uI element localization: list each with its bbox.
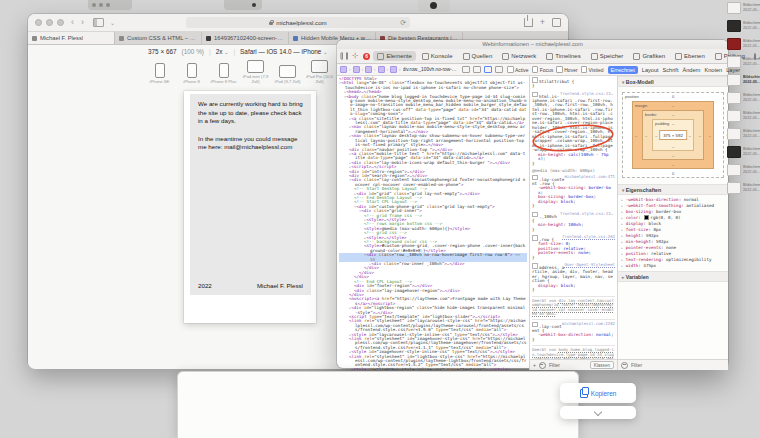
add-rule-button[interactable]: + [533, 362, 536, 368]
device-preset-button[interactable]: iPad mini (7,9 Zoll) [242, 60, 269, 85]
close-button[interactable] [35, 19, 42, 26]
scale-select[interactable]: 2x ⌄ [216, 48, 229, 55]
style-rules-list[interactable]: Stilattribut {}frontend.style.css:1261ht… [530, 76, 617, 359]
inspector-tab-quellen[interactable]: Quellen [459, 51, 497, 61]
inspector-tab-grafiken[interactable]: Grafiken [629, 51, 669, 61]
share-icon[interactable] [524, 18, 533, 27]
style-source-link[interactable]: User-Agent-Stylesheet [564, 263, 615, 268]
element-state-icon[interactable] [484, 66, 492, 73]
error-badge[interactable]: 6 [363, 53, 371, 60]
css-property[interactable]: min-height: calc(100vh - 75px); [532, 153, 615, 162]
new-tab-button[interactable]: + [540, 18, 545, 26]
computed-property[interactable]: ▸ width: 375px [621, 263, 725, 269]
dom-tree-line[interactable]: ▾<body class="home blog logged-in touchd… [339, 95, 527, 117]
device-preset-button[interactable]: iPhone 8 Plus [210, 63, 237, 85]
dock-side-icon[interactable] [341, 52, 343, 60]
rule-checkbox-icon[interactable] [532, 92, 538, 98]
rule-checkbox-icon[interactable] [532, 175, 538, 181]
style-source-link[interactable]: frontend.style.css:263 [562, 235, 615, 240]
breadcrumb-element-chip[interactable] [340, 66, 347, 73]
desktop-file-icon[interactable]: Bildschirm2022-05-… [727, 74, 760, 86]
user-agent-select[interactable]: Safari — iOS 14.0 — iPhone ⌄ [240, 48, 327, 55]
inspect-element-icon[interactable]: ⊹ [352, 52, 359, 60]
desktop-file-icon[interactable]: Bildschirm…2022-05-… [727, 2, 760, 14]
pseudo-toggle-focus[interactable]: Focus [532, 66, 554, 73]
inspector-tab-timelines[interactable]: Timelines [542, 51, 584, 61]
pseudo-toggle-active[interactable]: Active [507, 66, 529, 73]
grid-overlay-icon[interactable] [462, 66, 470, 73]
filter-icon[interactable] [539, 362, 546, 369]
dock-bottom-icon[interactable] [346, 52, 348, 60]
inspector-tab-speicher[interactable]: Speicher [587, 51, 628, 61]
tab-overview-icon[interactable] [552, 18, 561, 27]
copy-popup[interactable]: Kopieren [560, 383, 636, 403]
pseudo-toggle-visited[interactable]: Visited [581, 66, 604, 73]
desktop-file-icon[interactable]: Bildschirm…2022-05-… [727, 20, 760, 32]
style-rule[interactable]: michaelplessl.com:2282.lay-content {-web… [532, 322, 615, 343]
desktop-file-icon[interactable]: Bildschirm…2022-05-… [727, 56, 760, 68]
style-rule[interactable]: frontend.style.css:263.row {font-size: 0… [532, 235, 615, 260]
desktop-file-icon[interactable]: Bildschirm…2022-05-… [727, 92, 760, 104]
desktop-file-icon[interactable]: Bildschirm…2022-05-… [727, 164, 760, 176]
desktop-file-icon[interactable]: Bildschirm…2022-05-… [727, 110, 760, 122]
desktop-file-icon[interactable]: Bildschirm…2022-05-… [727, 128, 760, 140]
inspector-tab-konsole[interactable]: Konsole [418, 51, 457, 61]
style-rule[interactable]: Stilattribut {} [532, 77, 615, 89]
device-preset-button[interactable]: iPad Pro (10,5 Zoll) [306, 60, 333, 85]
breadcrumb-element-chip[interactable] [378, 66, 385, 73]
rule-checkbox-icon[interactable] [532, 322, 538, 328]
breadcrumb-element-chip[interactable] [390, 66, 397, 73]
box-model-section-header[interactable]: ▾ Box-Modell [618, 76, 728, 87]
browser-tab[interactable]: Michael F. Plessl [28, 32, 115, 44]
rule-checkbox-icon[interactable] [532, 212, 538, 218]
style-source-link[interactable]: frontend.style.css:1259 [560, 212, 615, 217]
browser-tab[interactable]: 1649367102400-screen-shot-20… [202, 32, 289, 44]
edit-icon[interactable] [495, 66, 503, 73]
breadcrumb-selected-element[interactable]: div.row._100vh.no-row-hoverimage.first-r… [403, 67, 459, 72]
style-source-link[interactable]: michaelplessl.com:2282 [562, 322, 615, 327]
sidebar-tab-knoten[interactable]: Knoten [704, 67, 722, 73]
device-preset-button[interactable]: iPhone SE [146, 63, 173, 85]
style-source-link[interactable]: frontend.style.css:1261 [560, 92, 615, 97]
inspector-tab-elemente[interactable]: Elemente [373, 51, 415, 61]
zoom-button[interactable] [57, 19, 64, 26]
sidebar-toggle-icon[interactable] [93, 18, 104, 27]
breadcrumb-element-chip[interactable] [353, 66, 360, 73]
dom-tree-panel[interactable]: <!DOCTYPE html>▾<html lang="de-DE" class… [337, 76, 529, 370]
style-rule[interactable]: frontend.style.css:1259._100vh {min-heig… [532, 212, 615, 233]
forward-button[interactable]: › [81, 18, 84, 27]
address-bar[interactable]: michaelplessl.com ⟳ [186, 17, 410, 28]
desktop-file-icon[interactable]: Bildschirm…2022-05-… [727, 146, 760, 158]
rule-checkbox-icon[interactable] [532, 77, 538, 83]
classes-button[interactable]: Klassen [590, 361, 614, 369]
inherited-element-link[interactable]: body.home.blog.logged-in.touchdevice.typ… [532, 347, 614, 359]
minimize-button[interactable] [46, 19, 53, 26]
sidebar-tab-ändern[interactable]: Ändern [682, 67, 700, 73]
print-styles-icon[interactable] [473, 66, 481, 73]
desktop-file-icon[interactable]: Bildschirm…2022-05-… [727, 38, 760, 50]
sidebar-tab-layout[interactable]: Layout [642, 67, 659, 73]
style-rule[interactable]: michaelplessl.com:471.lay-content .row {… [532, 175, 615, 209]
desktop-file-icon[interactable]: Bildschirm…2022-05-… [727, 182, 760, 194]
preview-page[interactable]: We are currently working hard to bring t… [190, 94, 311, 295]
expand-popup[interactable] [560, 406, 636, 419]
device-preset-button[interactable]: iPad (9,7 Zoll) [274, 65, 301, 85]
rule-checkbox-icon[interactable] [532, 235, 538, 241]
device-preset-button[interactable]: iPhone 8 [178, 63, 205, 85]
pseudo-toggle-hover[interactable]: Hover [556, 66, 577, 73]
dom-tree-line[interactable]: ▸<style id="lightbox-style-inline-css" t… [339, 368, 527, 370]
filter-icon[interactable] [621, 362, 628, 369]
css-property[interactable]: -webkit-box-direction: normal; [532, 333, 615, 338]
inspector-tab-ebenen[interactable]: Ebenen [671, 51, 709, 61]
inherited-element-link[interactable]: div.lay-content.hascustomphonegrid.foote… [532, 298, 614, 317]
back-button[interactable]: ‹ [71, 18, 74, 27]
sidebar-tab-schrift[interactable]: Schrift [663, 67, 679, 73]
chevron-down-icon[interactable]: ⌄ [110, 19, 115, 26]
properties-section-header[interactable]: ▾ Eigenschaften [618, 184, 728, 195]
reload-button[interactable]: ⟳ [400, 19, 406, 26]
variables-section-header[interactable]: ▸ Variablen [618, 271, 728, 282]
browser-tab[interactable]: Custom CSS & HTML – Michael F… [115, 32, 202, 44]
inspector-tab-netzwerk[interactable]: Netzwerk [498, 51, 540, 61]
breadcrumb-element-chip[interactable] [365, 66, 372, 73]
style-rule[interactable]: frontend.style.css:1261html.is-iphone.is… [532, 92, 615, 167]
